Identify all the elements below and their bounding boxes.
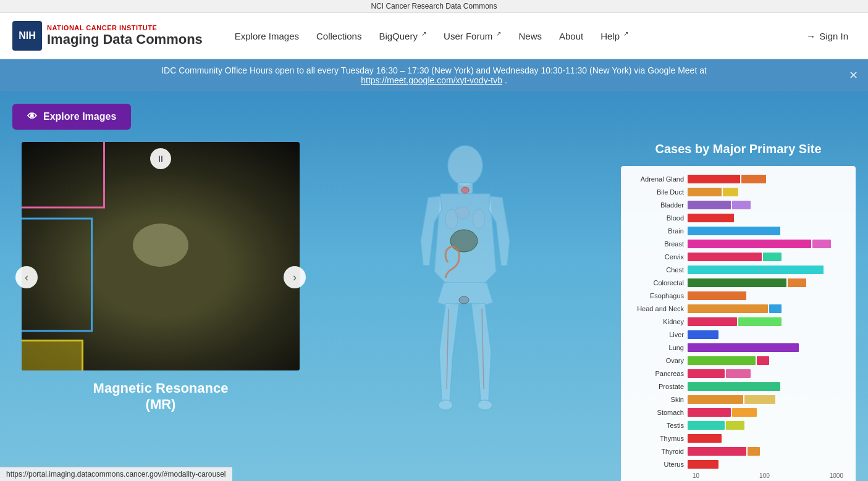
- chart-row: Blood: [626, 212, 846, 224]
- announcement-banner: IDC Community Office Hours open to all e…: [0, 59, 868, 91]
- chart-bar[interactable]: [688, 175, 740, 183]
- chart-bar[interactable]: [688, 421, 725, 430]
- chart-bar[interactable]: [688, 253, 762, 261]
- chart-bar[interactable]: [812, 240, 831, 248]
- nav-user-forum[interactable]: User Forum ↗: [436, 27, 508, 45]
- carousel-next-button[interactable]: ›: [284, 266, 306, 288]
- chart-bar[interactable]: [688, 434, 722, 443]
- help-external-icon: ↗: [623, 30, 628, 37]
- svg-point-2: [438, 400, 453, 410]
- chart-row-bars: [688, 460, 846, 469]
- chart-bar[interactable]: [688, 447, 746, 456]
- chart-row: Uterus: [626, 459, 846, 470]
- chart-bar[interactable]: [688, 330, 718, 339]
- idc-label: Imaging Data Commons: [47, 31, 203, 48]
- chart-row: Testis: [626, 420, 846, 431]
- banner-link-suffix: .: [505, 75, 507, 85]
- chart-row-label: Lung: [626, 344, 688, 351]
- chart-bar[interactable]: [688, 369, 725, 378]
- chart-row-bars: [688, 253, 846, 261]
- chart-bar[interactable]: [688, 395, 743, 404]
- pause-button[interactable]: ⏸: [150, 148, 171, 169]
- chart-bar[interactable]: [688, 291, 746, 300]
- chart-bar[interactable]: [688, 408, 731, 417]
- logo-area: NIH NATIONAL CANCER INSTITUTE Imaging Da…: [12, 21, 203, 51]
- chart-row-bars: [688, 369, 846, 378]
- chart-bar[interactable]: [788, 278, 806, 287]
- chart-bar[interactable]: [688, 227, 780, 235]
- chart-row-label: Stomach: [626, 409, 688, 416]
- chart-bar[interactable]: [688, 240, 811, 248]
- carousel-caption-line2: (MR): [12, 396, 309, 412]
- sign-in-button[interactable]: → Sign In: [799, 27, 856, 45]
- chart-bar[interactable]: [723, 188, 738, 196]
- svg-point-9: [459, 296, 469, 304]
- chart-row-bars: [688, 214, 846, 222]
- chart-bar[interactable]: [741, 175, 766, 183]
- nav-bigquery[interactable]: BigQuery ↗: [371, 27, 434, 45]
- chart-title: Cases by Major Primary Site: [621, 142, 856, 156]
- nav-collections[interactable]: Collections: [309, 27, 369, 45]
- segmentation-pink: [22, 142, 105, 209]
- chart-bar[interactable]: [732, 201, 751, 209]
- carousel-caption: Magnetic Resonance (MR): [12, 380, 309, 412]
- banner-link[interactable]: https://meet.google.com/xyt-vody-tvb: [361, 75, 502, 85]
- userforum-external-icon: ↗: [496, 30, 501, 37]
- chart-bar[interactable]: [688, 382, 780, 391]
- chart-row: Chest: [626, 264, 846, 275]
- svg-point-3: [478, 400, 492, 410]
- chart-row-bars: [688, 291, 846, 300]
- chart-bar[interactable]: [732, 408, 757, 417]
- chart-bar[interactable]: [688, 304, 768, 313]
- chart-bar[interactable]: [688, 460, 718, 469]
- chart-bar[interactable]: [688, 201, 731, 209]
- chart-row-label: Kidney: [626, 318, 688, 325]
- chart-row-label: Uterus: [626, 461, 688, 468]
- nav-help[interactable]: Help ↗: [593, 27, 636, 45]
- chart-bar[interactable]: [738, 317, 782, 326]
- chart-bar[interactable]: [744, 395, 775, 404]
- chart-bar[interactable]: [688, 343, 799, 352]
- chart-row-bars: [688, 421, 846, 430]
- main-nav: Explore Images Collections BigQuery ↗ Us…: [227, 27, 799, 45]
- nav-about[interactable]: About: [552, 27, 591, 45]
- chart-bar[interactable]: [757, 356, 769, 365]
- chart-bar[interactable]: [763, 253, 782, 261]
- chart-row-bars: [688, 266, 846, 274]
- chart-row: Kidney: [626, 316, 846, 327]
- chart-bar[interactable]: [688, 317, 737, 326]
- chart-row: Pancreas: [626, 368, 846, 379]
- explore-icon: 👁: [27, 111, 37, 122]
- chart-row-bars: [688, 447, 846, 456]
- chart-row: Cervix: [626, 251, 846, 262]
- chart-row-label: Liver: [626, 331, 688, 338]
- chart-row-bars: [688, 188, 846, 196]
- mri-scan: [22, 142, 300, 370]
- nav-explore-images[interactable]: Explore Images: [227, 27, 306, 45]
- carousel-prev-button[interactable]: ‹: [15, 266, 38, 288]
- content-area: ⏸ ‹ › Magnetic Resonance (MR): [12, 142, 856, 481]
- chart-bar[interactable]: [688, 188, 722, 196]
- chart-row: Colorectal: [626, 277, 846, 288]
- chart-bar[interactable]: [688, 356, 756, 365]
- chart-row-label: Bile Duct: [626, 188, 688, 196]
- chart-bar[interactable]: [688, 266, 824, 274]
- image-carousel: ⏸ ‹ › Magnetic Resonance (MR): [12, 142, 309, 412]
- chart-row-bars: [688, 278, 846, 287]
- chart-row-label: Thyroid: [626, 448, 688, 455]
- chart-bar[interactable]: [769, 304, 782, 313]
- chart-row-bars: [688, 227, 846, 235]
- nav-news[interactable]: News: [511, 27, 549, 45]
- chart-row: Thymus: [626, 433, 846, 444]
- chart-bar[interactable]: [726, 421, 744, 430]
- chart-row: Esophagus: [626, 290, 846, 301]
- explore-images-button[interactable]: 👁 Explore Images: [12, 104, 131, 130]
- chart-bar[interactable]: [726, 369, 751, 378]
- chart-bar[interactable]: [688, 278, 786, 287]
- svg-point-7: [473, 209, 485, 229]
- chart-row: Skin: [626, 394, 846, 405]
- chart-bar[interactable]: [688, 214, 734, 222]
- banner-close-button[interactable]: ✕: [849, 69, 858, 82]
- chart-bar[interactable]: [748, 447, 760, 456]
- top-bar: NCI Cancer Research Data Commons: [0, 0, 868, 13]
